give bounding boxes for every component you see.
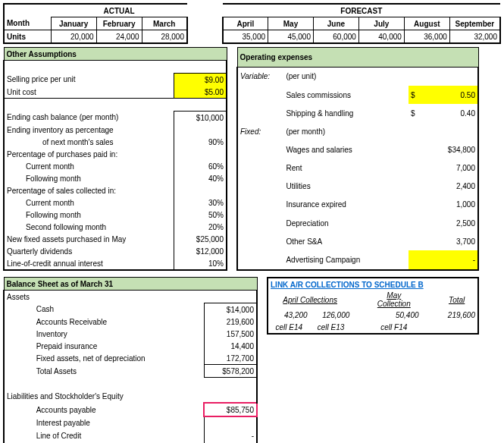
cur-m-label: Current month	[4, 160, 174, 172]
fixed-label: Fixed:	[237, 122, 283, 140]
actual-header: ACTUAL	[51, 4, 187, 17]
may-col-label: May Collection	[367, 291, 421, 309]
per-month-label: (per month)	[283, 122, 408, 140]
s-fol-val[interactable]: 50%	[174, 209, 227, 221]
osa-val[interactable]: 3,700	[428, 232, 478, 250]
new-fix-label: New fixed assets purchased in May	[4, 233, 174, 245]
pct-purch-label: Percentage of purchases paid in:	[4, 148, 174, 160]
apr1: 43,200	[268, 309, 310, 321]
month-jun: June	[313, 17, 358, 30]
units-sep: 32,000	[449, 30, 500, 44]
fa-label: Fixed assets, net of depreciation	[34, 352, 204, 365]
cash-label: Cash	[34, 303, 204, 316]
units-table: ACTUAL FORECAST Month January February M…	[3, 3, 501, 44]
units-mar: 28,000	[142, 30, 187, 44]
end-cash-label: Ending cash balance (per month)	[4, 112, 174, 124]
units-jun: 60,000	[313, 30, 358, 44]
s-sec-label: Second following month	[4, 221, 174, 233]
ap-label: Accounts payable	[34, 403, 204, 416]
dep-val[interactable]: 2,500	[428, 214, 478, 232]
wages-val[interactable]: $34,800	[428, 140, 478, 159]
inv-val[interactable]: 157,500	[204, 328, 257, 340]
adv-label: Advertising Campaign	[283, 250, 408, 270]
rent-val[interactable]: 7,000	[428, 159, 478, 178]
month-feb: February	[96, 17, 142, 30]
lc-val[interactable]: -	[204, 429, 257, 441]
assumptions-header: Other Assumptions	[4, 48, 227, 61]
month-jan: January	[51, 17, 96, 30]
unit-cost-val[interactable]: $5.00	[174, 86, 227, 99]
adv-val[interactable]: -	[428, 250, 478, 270]
dep-label: Depreciation	[283, 214, 408, 232]
ppi-val[interactable]: 14,400	[204, 340, 257, 352]
apr2: 126,000	[310, 309, 352, 321]
ppi-label: Prepaid insurance	[34, 340, 204, 352]
cash-val[interactable]: $14,000	[204, 303, 257, 316]
may1: 50,400	[367, 309, 421, 321]
pct-sales-label: Percentage of sales collected in:	[4, 184, 174, 196]
month-aug: August	[404, 17, 449, 30]
s-sec-val[interactable]: 20%	[174, 221, 227, 233]
balance-table: Balance Sheet as of March 31 Assets Cash…	[3, 277, 258, 443]
ar-val[interactable]: 219,600	[204, 316, 257, 328]
forecast-header: FORECAST	[223, 4, 500, 17]
assets-label: Assets	[4, 291, 204, 303]
top-units-panel: ACTUAL FORECAST Month January February M…	[3, 3, 501, 44]
e13: cell E13	[310, 321, 352, 334]
sell-price-label: Selling price per unit	[4, 74, 174, 86]
sell-price-val[interactable]: $9.00	[174, 74, 227, 86]
ta-val: $578,200	[204, 365, 257, 378]
fol-m-label: Following month	[4, 172, 174, 184]
month-jul: July	[358, 17, 404, 30]
units-aug: 36,000	[404, 30, 449, 44]
wages-label: Wages and salaries	[283, 140, 408, 159]
link-table: LINK A/R COLLECTIONS TO SCHEDULE B April…	[267, 277, 479, 335]
units-jan: 20,000	[51, 30, 96, 44]
units-jul: 40,000	[358, 30, 404, 44]
units-label: Units	[4, 30, 51, 44]
total: 219,600	[436, 309, 478, 321]
balance-header: Balance Sheet as of March 31	[4, 278, 257, 291]
fol-m-val[interactable]: 40%	[174, 172, 227, 184]
units-apr: 35,000	[223, 30, 268, 44]
end-inv2-val[interactable]: 90%	[174, 136, 227, 148]
f14: cell F14	[367, 321, 421, 334]
util-label: Utilities	[283, 178, 408, 196]
s-cur-label: Current month	[4, 196, 174, 209]
osa-label: Other S&A	[283, 232, 408, 250]
apr-col-label: April Collections	[268, 291, 352, 309]
new-fix-val[interactable]: $25,000	[174, 233, 227, 245]
qdiv-val[interactable]: $12,000	[174, 245, 227, 257]
loc-val[interactable]: 10%	[174, 257, 227, 270]
variable-label: Variable:	[237, 67, 283, 86]
ap-val[interactable]: $85,750	[204, 403, 257, 416]
end-inv2-label: of next month's sales	[4, 136, 174, 148]
month-label: Month	[4, 17, 51, 30]
ip-val[interactable]	[204, 416, 257, 429]
month-may: May	[268, 17, 314, 30]
month-apr: April	[223, 17, 268, 30]
total-label: Total	[436, 291, 478, 309]
ins-val[interactable]: 1,000	[428, 196, 478, 214]
unit-cost-label: Unit cost	[4, 86, 174, 99]
link-header: LINK A/R COLLECTIONS TO SCHEDULE B	[268, 278, 478, 291]
sales-comm-val[interactable]: 0.50	[428, 86, 478, 104]
rent-label: Rent	[283, 159, 408, 178]
lc-label: Line of Credit	[34, 429, 204, 441]
ar-label: Accounts Receivable	[34, 316, 204, 328]
util-val[interactable]: 2,400	[428, 178, 478, 196]
loc-label: Line-of-credit annual interest	[4, 257, 174, 270]
fa-val[interactable]: 172,700	[204, 352, 257, 365]
ship-val[interactable]: 0.40	[428, 104, 478, 122]
assumptions-table: Other Assumptions Selling price per unit…	[3, 47, 227, 271]
s-cur-val[interactable]: 30%	[174, 196, 227, 209]
end-cash-val[interactable]: $10,000	[174, 112, 227, 124]
cur-m-val[interactable]: 60%	[174, 160, 227, 172]
units-may: 45,000	[268, 30, 314, 44]
ins-label: Insurance expired	[283, 196, 408, 214]
sales-comm-label: Sales commissions	[283, 86, 408, 104]
opex-header: Operating expenses	[237, 48, 478, 68]
units-feb: 24,000	[96, 30, 142, 44]
qdiv-label: Quarterly dividends	[4, 245, 174, 257]
month-mar: March	[142, 17, 187, 30]
